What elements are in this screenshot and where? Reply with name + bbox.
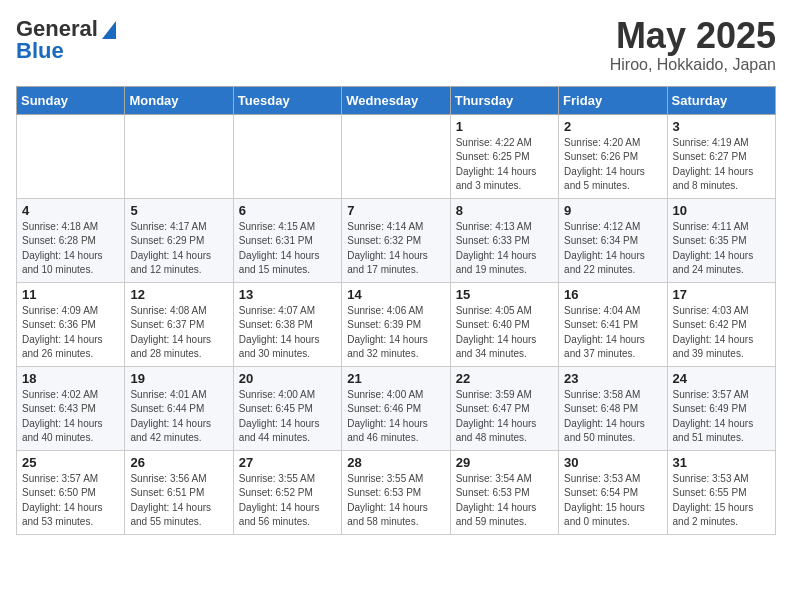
day-cell-2: 2Sunrise: 4:20 AM Sunset: 6:26 PM Daylig… (559, 114, 667, 198)
day-cell-22: 22Sunrise: 3:59 AM Sunset: 6:47 PM Dayli… (450, 366, 558, 450)
day-number: 19 (130, 371, 227, 386)
day-cell-21: 21Sunrise: 4:00 AM Sunset: 6:46 PM Dayli… (342, 366, 450, 450)
day-cell-6: 6Sunrise: 4:15 AM Sunset: 6:31 PM Daylig… (233, 198, 341, 282)
weekday-header-saturday: Saturday (667, 86, 775, 114)
day-cell-31: 31Sunrise: 3:53 AM Sunset: 6:55 PM Dayli… (667, 450, 775, 534)
day-cell-23: 23Sunrise: 3:58 AM Sunset: 6:48 PM Dayli… (559, 366, 667, 450)
day-info: Sunrise: 4:03 AM Sunset: 6:42 PM Dayligh… (673, 304, 770, 362)
day-info: Sunrise: 4:19 AM Sunset: 6:27 PM Dayligh… (673, 136, 770, 194)
day-info: Sunrise: 4:20 AM Sunset: 6:26 PM Dayligh… (564, 136, 661, 194)
day-info: Sunrise: 3:59 AM Sunset: 6:47 PM Dayligh… (456, 388, 553, 446)
logo: General Blue (16, 16, 116, 64)
day-number: 9 (564, 203, 661, 218)
day-info: Sunrise: 4:15 AM Sunset: 6:31 PM Dayligh… (239, 220, 336, 278)
empty-cell (125, 114, 233, 198)
day-number: 29 (456, 455, 553, 470)
day-number: 16 (564, 287, 661, 302)
day-number: 15 (456, 287, 553, 302)
day-number: 14 (347, 287, 444, 302)
day-info: Sunrise: 4:08 AM Sunset: 6:37 PM Dayligh… (130, 304, 227, 362)
day-cell-8: 8Sunrise: 4:13 AM Sunset: 6:33 PM Daylig… (450, 198, 558, 282)
day-number: 31 (673, 455, 770, 470)
day-cell-20: 20Sunrise: 4:00 AM Sunset: 6:45 PM Dayli… (233, 366, 341, 450)
day-cell-18: 18Sunrise: 4:02 AM Sunset: 6:43 PM Dayli… (17, 366, 125, 450)
day-cell-5: 5Sunrise: 4:17 AM Sunset: 6:29 PM Daylig… (125, 198, 233, 282)
calendar-table: SundayMondayTuesdayWednesdayThursdayFrid… (16, 86, 776, 535)
day-info: Sunrise: 4:11 AM Sunset: 6:35 PM Dayligh… (673, 220, 770, 278)
day-number: 11 (22, 287, 119, 302)
week-row-2: 4Sunrise: 4:18 AM Sunset: 6:28 PM Daylig… (17, 198, 776, 282)
day-info: Sunrise: 4:18 AM Sunset: 6:28 PM Dayligh… (22, 220, 119, 278)
week-row-3: 11Sunrise: 4:09 AM Sunset: 6:36 PM Dayli… (17, 282, 776, 366)
day-number: 21 (347, 371, 444, 386)
day-number: 12 (130, 287, 227, 302)
day-number: 18 (22, 371, 119, 386)
day-info: Sunrise: 3:56 AM Sunset: 6:51 PM Dayligh… (130, 472, 227, 530)
day-cell-4: 4Sunrise: 4:18 AM Sunset: 6:28 PM Daylig… (17, 198, 125, 282)
day-info: Sunrise: 3:57 AM Sunset: 6:49 PM Dayligh… (673, 388, 770, 446)
day-info: Sunrise: 4:13 AM Sunset: 6:33 PM Dayligh… (456, 220, 553, 278)
day-info: Sunrise: 3:53 AM Sunset: 6:54 PM Dayligh… (564, 472, 661, 530)
day-number: 3 (673, 119, 770, 134)
day-number: 27 (239, 455, 336, 470)
day-info: Sunrise: 4:01 AM Sunset: 6:44 PM Dayligh… (130, 388, 227, 446)
week-row-5: 25Sunrise: 3:57 AM Sunset: 6:50 PM Dayli… (17, 450, 776, 534)
day-info: Sunrise: 3:58 AM Sunset: 6:48 PM Dayligh… (564, 388, 661, 446)
day-number: 26 (130, 455, 227, 470)
weekday-header-friday: Friday (559, 86, 667, 114)
day-cell-14: 14Sunrise: 4:06 AM Sunset: 6:39 PM Dayli… (342, 282, 450, 366)
day-number: 23 (564, 371, 661, 386)
day-info: Sunrise: 3:55 AM Sunset: 6:52 PM Dayligh… (239, 472, 336, 530)
day-info: Sunrise: 4:06 AM Sunset: 6:39 PM Dayligh… (347, 304, 444, 362)
day-cell-12: 12Sunrise: 4:08 AM Sunset: 6:37 PM Dayli… (125, 282, 233, 366)
day-number: 7 (347, 203, 444, 218)
day-info: Sunrise: 3:53 AM Sunset: 6:55 PM Dayligh… (673, 472, 770, 530)
day-cell-30: 30Sunrise: 3:53 AM Sunset: 6:54 PM Dayli… (559, 450, 667, 534)
day-info: Sunrise: 3:55 AM Sunset: 6:53 PM Dayligh… (347, 472, 444, 530)
location-title: Hiroo, Hokkaido, Japan (610, 56, 776, 74)
day-info: Sunrise: 4:04 AM Sunset: 6:41 PM Dayligh… (564, 304, 661, 362)
day-number: 30 (564, 455, 661, 470)
day-info: Sunrise: 4:17 AM Sunset: 6:29 PM Dayligh… (130, 220, 227, 278)
day-cell-9: 9Sunrise: 4:12 AM Sunset: 6:34 PM Daylig… (559, 198, 667, 282)
day-info: Sunrise: 4:22 AM Sunset: 6:25 PM Dayligh… (456, 136, 553, 194)
day-info: Sunrise: 4:05 AM Sunset: 6:40 PM Dayligh… (456, 304, 553, 362)
day-info: Sunrise: 3:57 AM Sunset: 6:50 PM Dayligh… (22, 472, 119, 530)
day-number: 8 (456, 203, 553, 218)
day-cell-10: 10Sunrise: 4:11 AM Sunset: 6:35 PM Dayli… (667, 198, 775, 282)
day-number: 10 (673, 203, 770, 218)
day-number: 20 (239, 371, 336, 386)
day-number: 4 (22, 203, 119, 218)
month-title: May 2025 (610, 16, 776, 56)
week-row-1: 1Sunrise: 4:22 AM Sunset: 6:25 PM Daylig… (17, 114, 776, 198)
day-cell-7: 7Sunrise: 4:14 AM Sunset: 6:32 PM Daylig… (342, 198, 450, 282)
day-cell-15: 15Sunrise: 4:05 AM Sunset: 6:40 PM Dayli… (450, 282, 558, 366)
day-cell-17: 17Sunrise: 4:03 AM Sunset: 6:42 PM Dayli… (667, 282, 775, 366)
logo-blue-text: Blue (16, 38, 64, 64)
day-cell-27: 27Sunrise: 3:55 AM Sunset: 6:52 PM Dayli… (233, 450, 341, 534)
weekday-header-tuesday: Tuesday (233, 86, 341, 114)
day-number: 6 (239, 203, 336, 218)
empty-cell (342, 114, 450, 198)
day-number: 28 (347, 455, 444, 470)
day-number: 2 (564, 119, 661, 134)
day-info: Sunrise: 4:12 AM Sunset: 6:34 PM Dayligh… (564, 220, 661, 278)
day-cell-28: 28Sunrise: 3:55 AM Sunset: 6:53 PM Dayli… (342, 450, 450, 534)
day-cell-25: 25Sunrise: 3:57 AM Sunset: 6:50 PM Dayli… (17, 450, 125, 534)
day-cell-26: 26Sunrise: 3:56 AM Sunset: 6:51 PM Dayli… (125, 450, 233, 534)
day-cell-19: 19Sunrise: 4:01 AM Sunset: 6:44 PM Dayli… (125, 366, 233, 450)
day-number: 24 (673, 371, 770, 386)
day-info: Sunrise: 4:00 AM Sunset: 6:45 PM Dayligh… (239, 388, 336, 446)
day-info: Sunrise: 4:14 AM Sunset: 6:32 PM Dayligh… (347, 220, 444, 278)
weekday-header-wednesday: Wednesday (342, 86, 450, 114)
day-cell-16: 16Sunrise: 4:04 AM Sunset: 6:41 PM Dayli… (559, 282, 667, 366)
day-number: 13 (239, 287, 336, 302)
logo-triangle-icon (100, 19, 116, 39)
day-info: Sunrise: 3:54 AM Sunset: 6:53 PM Dayligh… (456, 472, 553, 530)
day-cell-3: 3Sunrise: 4:19 AM Sunset: 6:27 PM Daylig… (667, 114, 775, 198)
week-row-4: 18Sunrise: 4:02 AM Sunset: 6:43 PM Dayli… (17, 366, 776, 450)
day-cell-29: 29Sunrise: 3:54 AM Sunset: 6:53 PM Dayli… (450, 450, 558, 534)
day-cell-11: 11Sunrise: 4:09 AM Sunset: 6:36 PM Dayli… (17, 282, 125, 366)
weekday-header-monday: Monday (125, 86, 233, 114)
day-cell-24: 24Sunrise: 3:57 AM Sunset: 6:49 PM Dayli… (667, 366, 775, 450)
